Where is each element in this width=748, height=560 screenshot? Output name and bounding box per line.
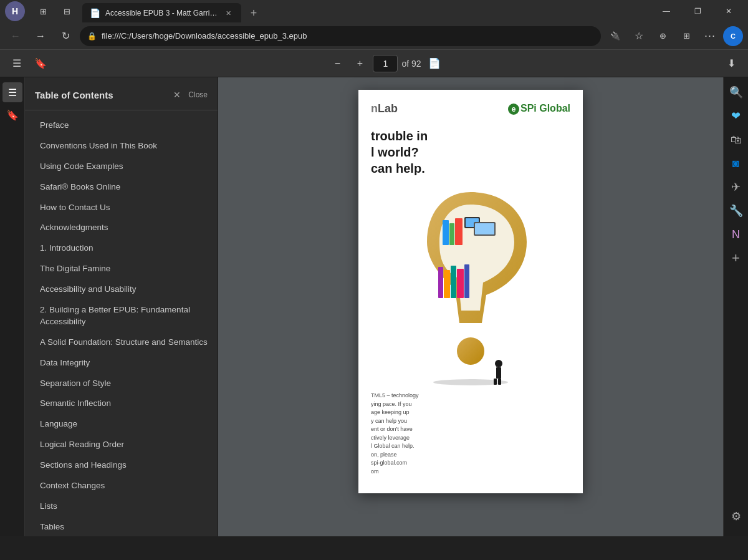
translate-icon[interactable]: ✈ [726,177,746,197]
pdf-image-area [371,186,570,385]
nlab-logo: nLab [371,102,398,115]
contact-text: on, please [371,451,570,460]
window-controls: — ❐ ✕ [652,2,743,21]
toc-list: PrefaceConventions Used in This BookUsin… [25,110,218,536]
toc-item[interactable]: Language [25,414,218,435]
toc-item[interactable]: Semantic Inflection [25,393,218,414]
panel-bookmark-icon[interactable]: 🔖 [2,105,22,125]
sidebar-close-label[interactable]: Close [188,90,208,99]
minimize-btn[interactable]: — [652,2,681,21]
footer-text: om [371,468,570,476]
copilot-bar: 🔍 ❤ 🛍 ◙ ✈ 🔧 N + ⚙ [723,77,748,536]
pdf-area[interactable]: nLab eSPi Global trouble in l world? can… [218,77,723,536]
zoom-in-btn[interactable]: + [350,54,369,73]
onenote-icon[interactable]: N [726,224,746,244]
toc-toggle-btn[interactable]: ☰ [7,54,26,73]
total-pages: of 92 [401,59,421,69]
pdf-toolbar-right: ⬇ [722,54,741,73]
svg-rect-11 [457,269,464,298]
pdf-logos: nLab eSPi Global [371,102,570,115]
copilot-avatar[interactable]: C [723,26,743,46]
search-icon[interactable]: 🔍 [726,82,746,102]
svg-rect-1 [443,220,449,245]
browser-chrome: H ⊞ ⊟ 📄 Accessible EPUB 3 - Matt Garrish… [0,0,748,77]
shopping-icon[interactable]: 🛍 [726,130,746,150]
close-btn[interactable]: ✕ [714,2,743,21]
pdf-content: nLab eSPi Global trouble in l world? can… [358,90,583,493]
tab-title: Accessible EPUB 3 - Matt Garrish [105,9,218,17]
toc-item[interactable]: Lists [25,496,218,517]
svg-rect-10 [451,266,456,298]
svg-rect-8 [438,267,443,298]
toc-item[interactable]: Preface [25,115,218,136]
nav-toolbar: ← → ↻ 🔒 file:///C:/Users/hoge/Downloads/… [0,22,748,50]
spi-logo: eSPi Global [508,103,570,115]
body-line7: l Global can help. [371,442,570,451]
tagline-line2: l world? [371,144,570,160]
svg-rect-3 [455,218,463,245]
toc-item[interactable]: Tables [25,517,218,536]
toc-item[interactable]: Data Integrity [25,353,218,374]
collections-btn2[interactable]: ⊕ [652,26,673,47]
svg-point-17 [433,379,508,385]
body-line2: ying pace. If you [371,400,570,409]
sidebar: Table of Contents ✕ Close PrefaceConvent… [25,77,218,536]
page-view-btn[interactable]: 📄 [425,54,444,73]
pdf-body-text: TML5 – technology ying pace. If you age … [371,392,570,476]
svg-rect-12 [464,264,469,298]
svg-rect-2 [449,223,454,245]
vertical-tabs-btn[interactable]: ⊟ [56,1,77,22]
user-avatar[interactable]: H [5,1,25,21]
splitscreen-btn[interactable]: ⊞ [676,26,697,47]
toc-item[interactable]: Logical Reading Order [25,435,218,455]
toc-item[interactable]: Separation of Style [25,374,218,394]
forward-btn[interactable]: → [30,26,51,47]
body-line6: ctively leverage [371,434,570,443]
toc-item[interactable]: Accessibility and Usability [25,279,218,300]
add-icon[interactable]: + [726,248,746,268]
email-icon[interactable]: ◙ [726,153,746,173]
pdf-tagline: trouble in l world? can help. [371,128,570,176]
svg-point-13 [495,360,502,367]
toc-item[interactable]: 2. Building a Better EPUB: Fundamental A… [25,300,218,332]
toc-item[interactable]: Context Changes [25,476,218,496]
svg-rect-7 [475,223,494,234]
toc-item[interactable]: Safari® Books Online [25,177,218,198]
zoom-out-btn[interactable]: − [328,54,347,73]
toc-item[interactable]: 1. Introduction [25,238,218,259]
collections-btn[interactable]: ⊞ [32,1,54,22]
maximize-btn[interactable]: ❐ [683,2,712,21]
svg-rect-9 [444,270,450,298]
download-btn[interactable]: ⬇ [722,54,741,73]
bookmark-btn[interactable]: 🔖 [31,54,50,73]
toc-item[interactable]: Conventions Used in This Book [25,136,218,157]
back-btn[interactable]: ← [5,26,26,47]
svg-rect-14 [496,367,501,379]
favorites-btn[interactable]: ☆ [628,26,650,47]
toc-item[interactable]: How to Contact Us [25,198,218,218]
address-bar[interactable]: 🔒 file:///C:/Users/hoge/Downloads/access… [80,26,601,46]
tools-icon[interactable]: 🔧 [726,201,746,221]
toc-item[interactable]: Using Code Examples [25,157,218,177]
toc-item[interactable]: Sections and Headings [25,455,218,476]
svg-point-0 [457,337,484,365]
new-tab-btn[interactable]: + [244,3,264,23]
favorites-collections-icon[interactable]: ❤ [726,106,746,126]
toc-item[interactable]: Acknowledgments [25,218,218,238]
extensions-btn[interactable]: 🔌 [605,26,626,47]
panel-toc-icon[interactable]: ☰ [2,82,22,102]
toc-item[interactable]: The Digital Famine [25,259,218,279]
sidebar-header: Table of Contents ✕ Close [25,77,218,110]
active-tab[interactable]: 📄 Accessible EPUB 3 - Matt Garrish ✕ [82,3,241,23]
pdf-toolbar: ☰ 🔖 − + of 92 📄 ⬇ [0,50,748,77]
page-number-input[interactable] [373,55,398,72]
settings-icon[interactable]: ⚙ [726,506,746,526]
sidebar-controls: ✕ Close [168,86,208,104]
toc-item[interactable]: A Solid Foundation: Structure and Semant… [25,332,218,353]
sidebar-close-icon-btn[interactable]: ✕ [168,86,186,104]
page-input-group: of 92 [373,55,421,72]
body-line3: age keeping up [371,408,570,417]
more-btn[interactable]: ··· [699,26,721,47]
refresh-btn[interactable]: ↻ [55,26,76,47]
tab-close-btn[interactable]: ✕ [223,7,234,19]
